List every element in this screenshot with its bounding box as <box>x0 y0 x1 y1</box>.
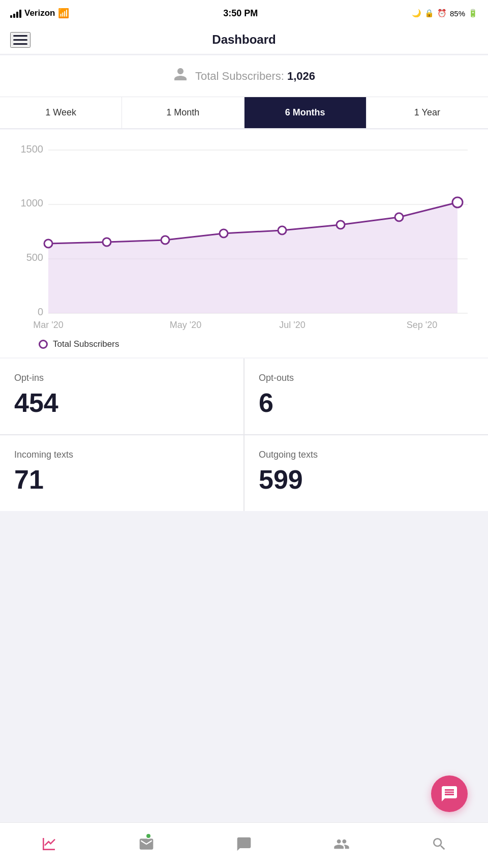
line-chart: 1500 1000 500 0 Mar '20 May '20 Jul '20 … <box>8 140 480 333</box>
svg-point-19 <box>395 213 403 221</box>
nav-item-dashboard[interactable] <box>0 835 98 853</box>
signal-bars <box>10 9 21 18</box>
battery-icon: 🔋 <box>468 9 478 18</box>
tab-1month[interactable]: 1 Month <box>122 97 244 128</box>
stats-grid: Opt-ins 454 Opt-outs 6 Incoming texts 71… <box>0 358 488 511</box>
battery-percent: 85% <box>450 9 465 18</box>
status-time: 3:50 PM <box>223 8 258 19</box>
stat-card-incoming: Incoming texts 71 <box>0 435 243 511</box>
wifi-icon: 📶 <box>58 8 69 19</box>
svg-point-13 <box>44 240 52 248</box>
hamburger-line <box>13 43 27 45</box>
stat-outgoing-label: Outgoing texts <box>259 450 474 460</box>
nav-item-messages[interactable] <box>98 835 195 853</box>
hamburger-line <box>13 39 27 41</box>
moon-icon: 🌙 <box>412 9 421 18</box>
svg-text:Mar '20: Mar '20 <box>33 320 63 330</box>
search-icon <box>430 835 448 853</box>
stat-outgoing-value: 599 <box>259 464 474 495</box>
support-chat-fab[interactable] <box>431 775 468 812</box>
nav-item-search[interactable] <box>390 835 488 853</box>
menu-button[interactable] <box>10 32 30 48</box>
nav-item-contacts[interactable] <box>293 835 390 853</box>
chat-icon <box>235 835 253 853</box>
svg-text:1000: 1000 <box>21 197 44 208</box>
person-icon <box>173 67 188 85</box>
alarm-icon: ⏰ <box>437 9 447 18</box>
svg-text:500: 500 <box>26 252 43 263</box>
status-left: Verizon 📶 <box>10 8 69 19</box>
stat-optouts-value: 6 <box>259 387 474 418</box>
subscribers-value: 1,026 <box>287 70 315 82</box>
svg-point-16 <box>220 229 228 237</box>
svg-point-18 <box>337 221 345 229</box>
svg-point-17 <box>278 226 286 234</box>
messages-notification-dot <box>145 833 151 839</box>
svg-text:May '20: May '20 <box>170 320 201 330</box>
app-header: Dashboard <box>0 25 488 54</box>
subscribers-text: Total Subscribers: 1,026 <box>195 70 315 83</box>
lock-icon: 🔒 <box>424 9 434 18</box>
subscribers-label: Total Subscribers: <box>195 70 284 82</box>
tab-1year[interactable]: 1 Year <box>367 97 488 128</box>
chart-icon <box>40 835 58 853</box>
stat-optins-label: Opt-ins <box>14 373 229 383</box>
bottom-navigation <box>0 822 488 868</box>
chart-section: 1500 1000 500 0 Mar '20 May '20 Jul '20 … <box>0 130 488 357</box>
page-title: Dashboard <box>212 33 276 47</box>
contacts-icon <box>332 835 351 853</box>
stat-card-optouts: Opt-outs 6 <box>245 358 488 434</box>
legend-label: Total Subscribers <box>53 339 119 349</box>
subscribers-banner: Total Subscribers: 1,026 <box>0 55 488 97</box>
svg-text:1500: 1500 <box>21 143 44 155</box>
stat-optins-value: 454 <box>14 387 229 418</box>
mail-icon <box>137 835 156 853</box>
tab-1week[interactable]: 1 Week <box>0 97 122 128</box>
svg-point-20 <box>452 197 463 207</box>
stat-optouts-label: Opt-outs <box>259 373 474 383</box>
hamburger-line <box>13 35 27 37</box>
stat-card-optins: Opt-ins 454 <box>0 358 243 434</box>
legend-circle <box>39 340 48 349</box>
nav-item-chat[interactable] <box>195 835 293 853</box>
status-bar: Verizon 📶 3:50 PM 🌙 🔒 ⏰ 85% 🔋 <box>0 0 488 25</box>
svg-text:Sep '20: Sep '20 <box>407 320 438 330</box>
tab-6months[interactable]: 6 Months <box>245 97 367 128</box>
status-right: 🌙 🔒 ⏰ 85% 🔋 <box>412 9 478 18</box>
svg-point-15 <box>161 236 169 244</box>
svg-text:Jul '20: Jul '20 <box>279 320 305 330</box>
chart-container: 1500 1000 500 0 Mar '20 May '20 Jul '20 … <box>8 140 480 333</box>
stat-incoming-label: Incoming texts <box>14 450 229 460</box>
time-period-tabs: 1 Week 1 Month 6 Months 1 Year <box>0 97 488 129</box>
svg-text:0: 0 <box>38 306 43 317</box>
carrier-name: Verizon <box>24 8 55 18</box>
stat-card-outgoing: Outgoing texts 599 <box>245 435 488 511</box>
chat-bubble-icon <box>440 785 459 803</box>
bottom-spacer <box>0 511 488 572</box>
stat-incoming-value: 71 <box>14 464 229 495</box>
svg-point-14 <box>103 238 111 246</box>
chart-legend: Total Subscribers <box>8 339 480 349</box>
